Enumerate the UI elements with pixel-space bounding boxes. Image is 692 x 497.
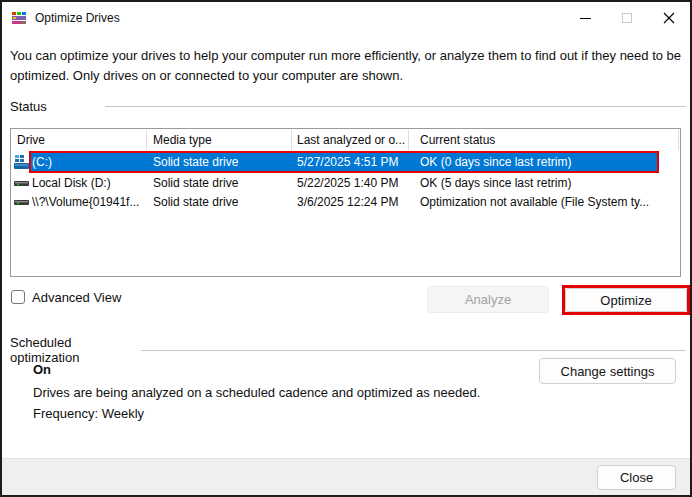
column-header-current-status[interactable]: Current status [420,129,495,151]
scheduled-frequency: Frequency: Weekly [33,406,144,421]
optimize-drives-app-icon [11,10,27,26]
cell-last-analyzed: 5/27/2025 4:51 PM [297,151,398,173]
column-divider[interactable] [678,130,679,150]
optimize-drives-dialog: Optimize Drives You can optimize your dr… [0,0,692,497]
drive-icon [14,175,30,191]
cell-current-status: Optimization not available (File System … [420,192,649,211]
cell-current-status: OK (0 days since last retrim) [420,151,571,173]
scheduled-description: Drives are being analyzed on a scheduled… [33,385,480,400]
minimize-button[interactable] [568,2,602,34]
intro-text: You can optimize your drives to help you… [10,46,686,86]
cell-current-status: OK (5 days since last retrim) [420,173,571,192]
column-header-drive[interactable]: Drive [17,129,45,151]
maximize-button [610,2,644,34]
cell-media-type: Solid state drive [153,173,238,192]
optimize-annotation-red-box: Optimize [562,285,690,315]
maximize-icon [622,13,632,23]
cell-drive: \\?\Volume{01941f... [32,192,139,211]
advanced-view-checkbox[interactable] [11,290,25,304]
optimize-button[interactable]: Optimize [565,288,687,312]
title-bar: Optimize Drives [2,2,690,34]
status-section-heading: Status [10,99,686,114]
drive-row-volume[interactable]: \\?\Volume{01941f... Solid state drive 3… [11,192,680,211]
cell-media-type: Solid state drive [153,192,238,211]
cell-media-type: Solid state drive [153,151,238,173]
drive-icon [14,194,30,210]
window-title: Optimize Drives [35,2,120,34]
advanced-view-label: Advanced View [32,290,121,305]
change-settings-button[interactable]: Change settings [539,358,676,384]
drive-list-header: Drive Media type Last analyzed or o... C… [11,129,680,151]
divider [105,106,686,107]
column-divider[interactable] [291,130,292,150]
cell-drive: (C:) [32,151,52,173]
close-button[interactable]: Close [597,465,676,490]
close-icon [663,12,675,24]
column-divider[interactable] [146,130,147,150]
close-window-button[interactable] [652,2,686,34]
scheduled-state: On [33,362,51,377]
column-header-last-analyzed[interactable]: Last analyzed or o... [297,129,405,151]
column-divider[interactable] [408,130,409,150]
intro-line-2: optimized. Only drives on or connected t… [10,66,686,86]
column-header-media-type[interactable]: Media type [153,129,212,151]
cell-last-analyzed: 5/22/2025 1:40 PM [297,173,398,192]
analyze-button: Analyze [427,286,549,313]
dialog-footer: Close [2,458,690,495]
drive-list: Drive Media type Last analyzed or o... C… [10,128,681,277]
divider [141,350,686,351]
intro-line-1: You can optimize your drives to help you… [10,46,686,66]
minimize-icon [580,18,591,19]
cell-drive: Local Disk (D:) [32,173,111,192]
drive-row-d[interactable]: Local Disk (D:) Solid state drive 5/22/2… [11,173,680,192]
drive-row-c[interactable]: (C:) Solid state drive 5/27/2025 4:51 PM… [11,151,680,173]
status-label: Status [10,99,105,114]
cell-last-analyzed: 3/6/2025 12:24 PM [297,192,398,211]
system-drive-icon [14,154,30,170]
scheduled-optimization-label: Scheduled optimization [10,335,141,365]
